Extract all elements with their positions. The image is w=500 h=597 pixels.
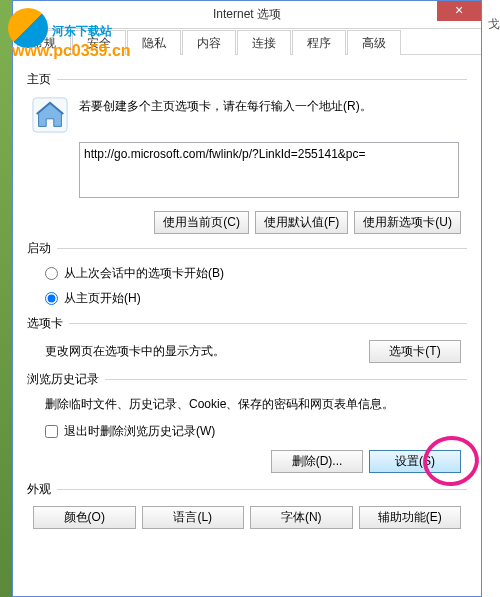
- section-appearance-label: 外观: [27, 481, 51, 498]
- section-homepage-label: 主页: [27, 71, 51, 88]
- tab-panel-general: 主页 若要创建多个主页选项卡，请在每行输入一个地址(R)。 使用当前页(C) 使…: [13, 55, 481, 547]
- radio-input[interactable]: [45, 267, 58, 280]
- use-newtab-button[interactable]: 使用新选项卡(U): [354, 211, 461, 234]
- colors-button[interactable]: 颜色(O): [33, 506, 136, 529]
- radio-label: 从上次会话中的选项卡开始(B): [64, 265, 224, 282]
- use-current-button[interactable]: 使用当前页(C): [154, 211, 249, 234]
- tab-privacy[interactable]: 隐私: [127, 30, 181, 55]
- accessibility-button[interactable]: 辅助功能(E): [359, 506, 462, 529]
- section-appearance-header: 外观: [27, 481, 467, 498]
- tab-strip: 常规 安全 隐私 内容 连接 程序 高级: [13, 29, 481, 55]
- startup-radio-group: 从上次会话中的选项卡开始(B) 从主页开始(H): [45, 265, 467, 307]
- homepage-instruction: 若要创建多个主页选项卡，请在每行输入一个地址(R)。: [79, 98, 372, 115]
- use-default-button[interactable]: 使用默认值(F): [255, 211, 348, 234]
- history-settings-button[interactable]: 设置(S): [369, 450, 461, 473]
- tab-general[interactable]: 常规: [17, 30, 71, 55]
- tab-connections[interactable]: 连接: [237, 30, 291, 55]
- section-tabs-header: 选项卡: [27, 315, 467, 332]
- appearance-button-row: 颜色(O) 语言(L) 字体(N) 辅助功能(E): [27, 506, 467, 529]
- tabs-options-text: 更改网页在选项卡中的显示方式。: [45, 343, 225, 360]
- section-homepage-header: 主页: [27, 71, 467, 88]
- radio-input[interactable]: [45, 292, 58, 305]
- section-tabs-label: 选项卡: [27, 315, 63, 332]
- tab-content[interactable]: 内容: [182, 30, 236, 55]
- delete-on-exit-checkbox[interactable]: 退出时删除浏览历史记录(W): [45, 423, 461, 440]
- history-description: 删除临时文件、历史记录、Cookie、保存的密码和网页表单信息。: [45, 396, 461, 413]
- internet-options-dialog: Internet 选项 × 常规 安全 隐私 内容 连接 程序 高级 主页 若要…: [12, 0, 482, 597]
- divider: [57, 489, 467, 490]
- close-button[interactable]: ×: [437, 1, 481, 21]
- divider: [57, 79, 467, 80]
- titlebar[interactable]: Internet 选项 ×: [13, 1, 481, 29]
- startup-homepage-radio[interactable]: 从主页开始(H): [45, 290, 467, 307]
- tab-advanced[interactable]: 高级: [347, 30, 401, 55]
- divider: [57, 248, 467, 249]
- tabs-options-button[interactable]: 选项卡(T): [369, 340, 461, 363]
- left-decorative-edge: [0, 0, 12, 597]
- checkbox-label: 退出时删除浏览历史记录(W): [64, 423, 215, 440]
- startup-last-session-radio[interactable]: 从上次会话中的选项卡开始(B): [45, 265, 467, 282]
- checkbox-input[interactable]: [45, 425, 58, 438]
- window-title: Internet 选项: [213, 6, 281, 23]
- section-startup-header: 启动: [27, 240, 467, 257]
- section-history-header: 浏览历史记录: [27, 371, 467, 388]
- section-history-label: 浏览历史记录: [27, 371, 99, 388]
- divider: [69, 323, 467, 324]
- divider: [105, 379, 467, 380]
- fonts-button[interactable]: 字体(N): [250, 506, 353, 529]
- tabs-options-row: 更改网页在选项卡中的显示方式。 选项卡(T): [45, 340, 461, 363]
- homepage-button-row: 使用当前页(C) 使用默认值(F) 使用新选项卡(U): [27, 211, 467, 234]
- home-icon: [31, 96, 69, 134]
- section-startup-label: 启动: [27, 240, 51, 257]
- delete-history-button[interactable]: 删除(D)...: [271, 450, 363, 473]
- languages-button[interactable]: 语言(L): [142, 506, 245, 529]
- tab-security[interactable]: 安全: [72, 30, 126, 55]
- homepage-url-input[interactable]: [79, 142, 459, 198]
- history-button-row: 删除(D)... 设置(S): [27, 450, 467, 473]
- tab-programs[interactable]: 程序: [292, 30, 346, 55]
- radio-label: 从主页开始(H): [64, 290, 141, 307]
- right-edge-text: 戈: [488, 12, 500, 40]
- homepage-row: 若要创建多个主页选项卡，请在每行输入一个地址(R)。: [27, 96, 467, 134]
